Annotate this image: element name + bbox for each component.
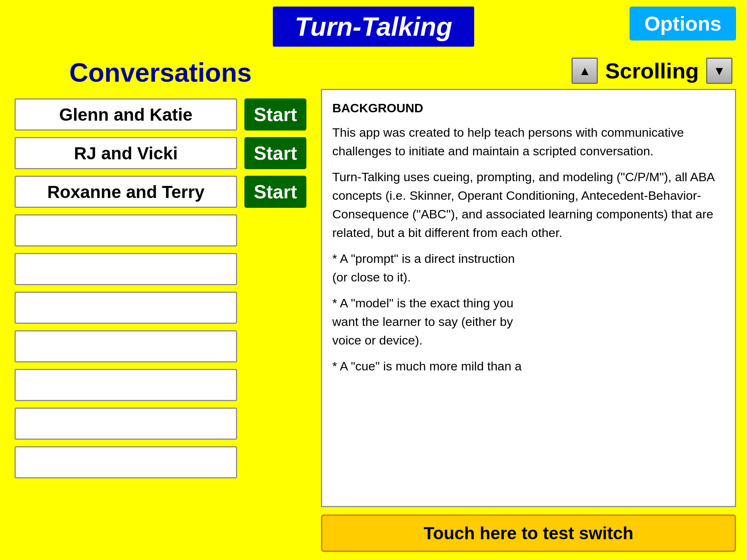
content-paragraph: * A "cue" is much more mild than a <box>332 357 725 376</box>
conversation-row <box>15 446 306 478</box>
conversation-row <box>15 330 306 362</box>
conversation-row <box>15 292 306 324</box>
conversation-name-text: Glenn and Katie <box>59 105 192 125</box>
start-button[interactable]: Start <box>244 176 306 208</box>
conversation-name-box: Roxanne and Terry <box>15 176 237 208</box>
conversation-empty-box <box>15 330 237 362</box>
start-button[interactable]: Start <box>244 98 306 131</box>
touch-switch-button[interactable]: Touch here to test switch <box>321 514 736 552</box>
content-paragraph: * A "prompt" is a direct instruction (or… <box>332 249 725 287</box>
conversations-title: Conversations <box>15 58 306 88</box>
conversation-row: RJ and VickiStart <box>15 137 306 169</box>
main-content: Conversations Glenn and KatieStartRJ and… <box>0 50 747 559</box>
conversation-row: Roxanne and TerryStart <box>15 176 306 208</box>
content-paragraph: * A "model" is the exact thing you want … <box>332 294 725 350</box>
conversation-empty-box <box>15 292 237 324</box>
scroll-header: Scrolling <box>321 58 736 84</box>
conversation-name-box: Glenn and Katie <box>15 98 237 131</box>
conversation-list: Glenn and KatieStartRJ and VickiStartRox… <box>15 98 306 552</box>
conversation-row <box>15 408 306 440</box>
conversation-row: Glenn and KatieStart <box>15 98 306 131</box>
conversation-empty-box <box>15 408 237 440</box>
right-panel: Scrolling BACKGROUND This app was create… <box>321 58 736 552</box>
scroll-content-box: BACKGROUND This app was created to help … <box>321 89 736 507</box>
conversation-row <box>15 253 306 285</box>
options-button[interactable]: Options <box>630 7 736 40</box>
conversation-empty-box <box>15 214 237 246</box>
conversation-name-text: RJ and Vicki <box>74 143 178 163</box>
header: Turn-Talking Options <box>0 0 747 50</box>
conversation-name-text: Roxanne and Terry <box>47 182 204 202</box>
conversation-empty-box <box>15 253 237 285</box>
left-panel: Conversations Glenn and KatieStartRJ and… <box>15 58 306 552</box>
conversation-empty-box <box>15 446 237 478</box>
conversation-empty-box <box>15 369 237 401</box>
app-title: Turn-Talking <box>273 7 474 47</box>
content-paragraph: Turn-Talking uses cueing, prompting, and… <box>332 168 725 242</box>
content-section-title: BACKGROUND <box>332 99 725 117</box>
content-paragraph: This app was created to help teach perso… <box>332 123 725 160</box>
start-button[interactable]: Start <box>244 137 306 169</box>
scroll-up-button[interactable] <box>572 58 598 84</box>
scroll-down-button[interactable] <box>706 58 732 84</box>
scroll-title: Scrolling <box>605 58 699 83</box>
conversation-row <box>15 369 306 401</box>
conversation-name-box: RJ and Vicki <box>15 137 237 169</box>
conversation-row <box>15 214 306 246</box>
